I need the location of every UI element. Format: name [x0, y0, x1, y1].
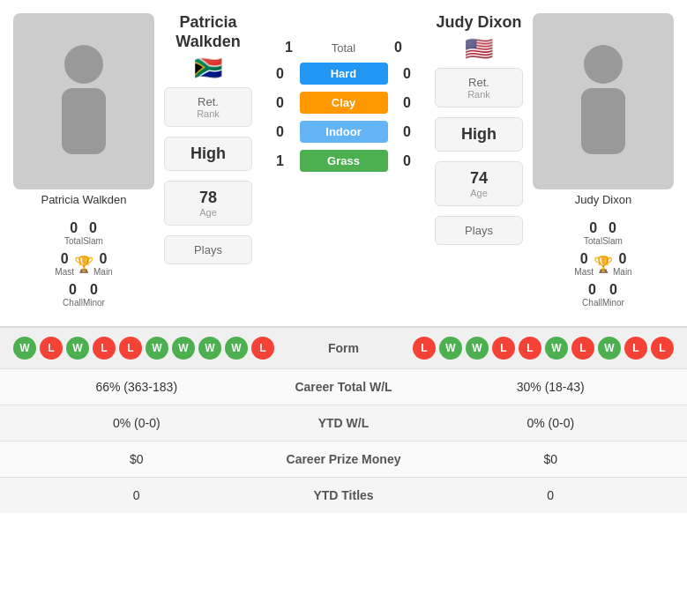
left-name-line2: Walkden [175, 33, 240, 52]
indoor-right-score: 0 [399, 124, 416, 140]
left-mast-stat: 0 Mast [55, 251, 74, 277]
right-mast-stat: 0 Mast [574, 251, 594, 277]
ytd-titles-label: YTD Titles [256, 488, 432, 502]
left-slam-value: 0 [83, 220, 103, 236]
left-high-value: High [172, 145, 244, 163]
left-plays-box: Plays [164, 235, 252, 264]
left-ret-label: Ret. [172, 95, 244, 108]
form-badge-l: L [519, 337, 541, 360]
right-minor-label: Minor [602, 298, 624, 308]
right-player-name-photo: Judy Dixon [575, 193, 631, 206]
left-minor-stat: 0 Minor [83, 282, 105, 308]
right-player-photo [533, 13, 674, 189]
grass-badge: Grass [300, 150, 388, 172]
total-row: 1 Total 0 [280, 40, 407, 56]
right-mast-label: Mast [574, 267, 594, 277]
form-badge-l: L [251, 337, 274, 360]
left-form-badges: WLWLLWWWWL [13, 337, 274, 360]
left-total-label: Total [64, 236, 83, 246]
left-main-label: Main [93, 267, 113, 277]
right-slam-stat: 0 Slam [602, 220, 623, 246]
right-slam-value: 0 [602, 220, 623, 236]
left-center-col: Patricia Walkden 🇿🇦 Ret. Rank High 78 Ag… [164, 13, 252, 264]
right-minor-value: 0 [602, 282, 624, 298]
form-badge-l: L [119, 337, 142, 360]
right-center-col: Judy Dixon 🇺🇸 Ret. Rank High 74 Age Play… [435, 13, 523, 245]
left-slam-stat: 0 Slam [83, 220, 103, 246]
right-high-box: High [435, 117, 523, 152]
career-prize-row: $0 Career Prize Money $0 [0, 441, 687, 477]
ytd-wl-left: 0% (0-0) [18, 416, 256, 430]
stats-table: 66% (363-183) Career Total W/L 30% (18-4… [0, 368, 687, 513]
right-flag: 🇺🇸 [436, 35, 521, 63]
form-badge-w: W [225, 337, 248, 360]
ytd-wl-label: YTD W/L [256, 416, 432, 430]
indoor-badge: Indoor [300, 121, 388, 143]
ytd-titles-right: 0 [432, 488, 670, 502]
right-main-stat: 0 Main [613, 251, 632, 277]
left-chall-value: 0 [63, 282, 83, 298]
main-container: Patricia Walkden 0 Total 0 Slam 0 Mast [0, 0, 687, 513]
total-right-score: 0 [390, 40, 407, 56]
left-rank-box: Ret. Rank [164, 87, 252, 127]
right-plays-label: Plays [443, 224, 515, 237]
left-plays-label: Plays [172, 243, 244, 256]
career-wl-left: 66% (363-183) [18, 380, 256, 394]
right-total-value: 0 [584, 220, 602, 236]
right-rank-label: Rank [443, 89, 515, 100]
left-age-value: 78 [172, 189, 244, 207]
grass-left-score: 1 [272, 153, 289, 169]
form-badge-w: W [545, 337, 568, 360]
hard-badge: Hard [300, 63, 388, 85]
form-badge-l: L [413, 337, 436, 360]
right-trophy-icon: 🏆 [594, 255, 613, 274]
right-minor-stat: 0 Minor [602, 282, 624, 308]
right-total-stat: 0 Total [584, 220, 602, 246]
right-ret-label: Ret. [443, 76, 515, 89]
svg-point-0 [64, 45, 103, 84]
left-main-stat: 0 Main [93, 251, 113, 277]
right-age-box: 74 Age [435, 161, 523, 206]
right-main-value: 0 [613, 251, 632, 267]
left-total-value: 0 [64, 220, 83, 236]
left-trophy: 🏆 [74, 251, 93, 277]
left-age-label: Age [172, 207, 244, 218]
center-col: 1 Total 0 0 Hard 0 0 Clay 0 0 Indoor 0 [258, 13, 429, 172]
career-prize-left: $0 [18, 452, 256, 466]
form-badge-w: W [598, 337, 621, 360]
grass-row: 1 Grass 0 [272, 150, 416, 172]
left-age-box: 78 Age [164, 181, 252, 226]
career-wl-row: 66% (363-183) Career Total W/L 30% (18-4… [0, 368, 687, 404]
form-title: Form [309, 341, 379, 355]
form-badge-w: W [172, 337, 195, 360]
career-wl-right: 30% (18-43) [432, 380, 670, 394]
form-badge-w: W [66, 337, 89, 360]
right-trophy: 🏆 [594, 251, 613, 277]
ytd-wl-right: 0% (0-0) [432, 416, 670, 430]
left-mast-label: Mast [55, 267, 74, 277]
hard-left-score: 0 [272, 66, 289, 82]
right-form-badges: LWWLLWLWLL [413, 337, 674, 360]
hard-right-score: 0 [399, 66, 416, 82]
right-total-label: Total [584, 236, 602, 246]
right-rank-box: Ret. Rank [435, 68, 523, 108]
svg-point-2 [584, 45, 623, 84]
career-prize-right: $0 [432, 452, 670, 466]
form-badge-w: W [198, 337, 221, 360]
form-badge-l: L [571, 337, 594, 360]
left-main-value: 0 [93, 251, 113, 267]
form-badge-w: W [146, 337, 168, 360]
clay-left-score: 0 [272, 95, 289, 111]
left-player-name-top: Patricia Walkden 🇿🇦 [175, 13, 240, 82]
left-player-col: Patricia Walkden 0 Total 0 Slam 0 Mast [9, 13, 159, 313]
left-flag: 🇿🇦 [175, 55, 240, 82]
grass-right-score: 0 [399, 153, 416, 169]
form-badge-l: L [93, 337, 116, 360]
form-section: WLWLLWWWWL Form LWWLLWLWLL [0, 327, 687, 368]
total-left-score: 1 [280, 40, 298, 56]
right-mast-value: 0 [574, 251, 594, 267]
left-player-photo [13, 13, 154, 189]
clay-badge: Clay [300, 92, 388, 114]
right-slam-label: Slam [602, 236, 623, 246]
right-plays-box: Plays [435, 216, 523, 245]
